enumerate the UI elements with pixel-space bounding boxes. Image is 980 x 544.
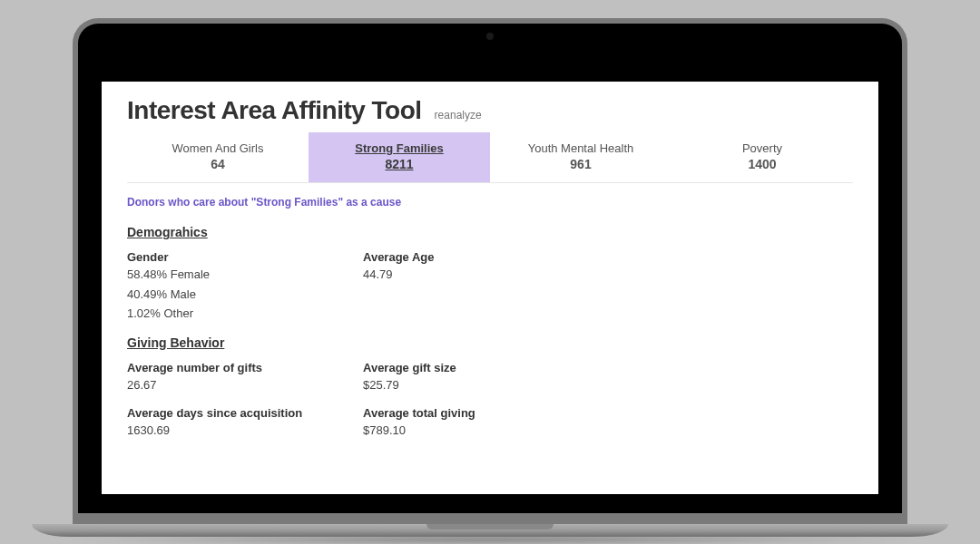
stat-value: $789.10 [363, 422, 599, 440]
tab-strong-families[interactable]: Strong Families 8211 [309, 132, 490, 182]
stat-gender: Gender 58.48% Female 40.49% Male 1.02% O… [127, 250, 363, 323]
stat-avg-num-gifts: Average number of gifts 26.67 [127, 361, 363, 394]
section-title-demographics: Demograhics [127, 225, 853, 239]
tab-women-and-girls[interactable]: Women And Girls 64 [127, 132, 309, 182]
app-content: Interest Area Affinity Tool reanalyze Wo… [102, 82, 878, 494]
stat-value: 44.79 [363, 266, 599, 284]
stat-label: Average Age [363, 250, 599, 264]
stat-value: $25.79 [363, 376, 599, 394]
stat-label: Average days since acquisition [127, 406, 363, 420]
stat-label: Average number of gifts [127, 361, 363, 374]
stat-value: 1630.69 [127, 422, 363, 440]
reanalyze-link[interactable]: reanalyze [435, 109, 482, 121]
camera-icon [486, 33, 494, 40]
stat-value: 26.67 [127, 376, 363, 394]
tab-poverty[interactable]: Poverty 1400 [671, 132, 853, 182]
tab-count: 1400 [679, 157, 846, 171]
section-title-giving-behavior: Giving Behavior [127, 335, 853, 350]
stat-avg-total-giving: Average total giving $789.10 [363, 406, 599, 440]
cause-statement: Donors who care about "Strong Families" … [127, 196, 853, 209]
tab-label: Youth Mental Health [497, 141, 664, 155]
stat-value: 1.02% Other [127, 305, 363, 323]
tab-label: Women And Girls [134, 141, 301, 155]
stat-avg-days-since-acq: Average days since acquisition 1630.69 [127, 406, 363, 440]
stat-average-age: Average Age 44.79 [363, 250, 599, 323]
tab-youth-mental-health[interactable]: Youth Mental Health 961 [490, 132, 671, 182]
page-title: Interest Area Affinity Tool [127, 96, 422, 125]
stat-value: 40.49% Male [127, 286, 363, 304]
tab-label: Strong Families [316, 141, 483, 155]
laptop-base [32, 524, 948, 537]
laptop-frame: Interest Area Affinity Tool reanalyze Wo… [73, 18, 907, 526]
stat-label: Average total giving [363, 406, 599, 420]
tab-count: 8211 [316, 157, 483, 171]
stat-value: 58.48% Female [127, 266, 363, 284]
stat-label: Gender [127, 250, 363, 264]
stat-avg-gift-size: Average gift size $25.79 [363, 361, 599, 394]
tab-count: 961 [497, 157, 664, 171]
tab-count: 64 [134, 157, 301, 171]
stat-label: Average gift size [363, 361, 599, 374]
tabs: Women And Girls 64 Strong Families 8211 … [127, 132, 853, 183]
tab-label: Poverty [679, 141, 846, 155]
